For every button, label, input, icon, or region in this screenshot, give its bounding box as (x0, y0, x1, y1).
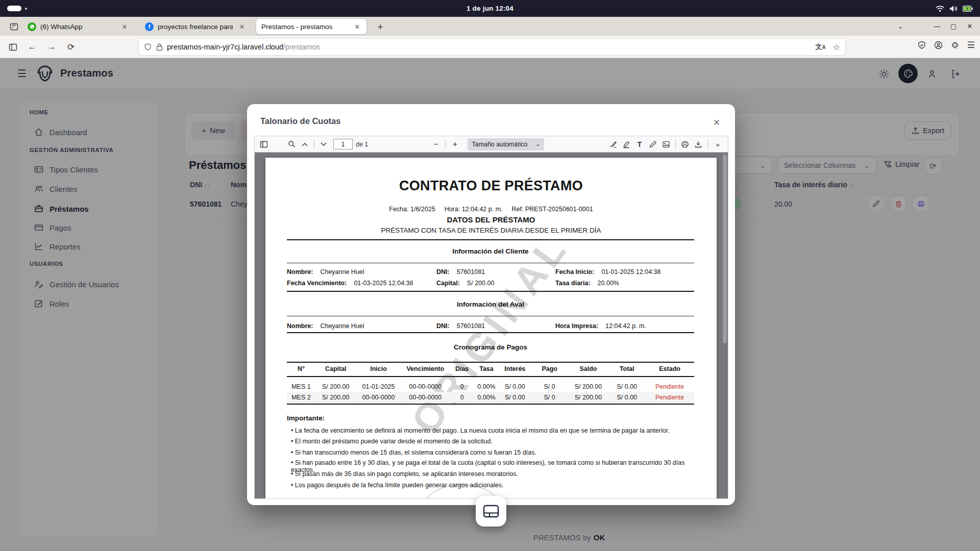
tab-close-icon[interactable]: ✕ (237, 21, 247, 32)
important-heading: Importante: (287, 414, 325, 422)
pdf-next-page-icon[interactable] (317, 138, 330, 151)
pdf-zoom-out-icon[interactable]: − (429, 138, 443, 151)
pdf-page-input[interactable] (333, 139, 353, 149)
pdf-print-icon[interactable] (678, 138, 692, 151)
section-heading-aval: Información del Aval (287, 300, 694, 308)
pdf-text-icon[interactable]: T (633, 138, 646, 151)
pdf-canvas-area[interactable]: ORIGINAL CONTRATO DE PRÉSTAMO Fecha: 1/6… (254, 153, 728, 499)
pdf-prev-page-icon[interactable] (298, 138, 311, 151)
important-bullet: Si pasan más de 35 días sin pago complet… (291, 470, 692, 478)
tab-facebook[interactable]: f proyectos freelance para ✕ (140, 19, 251, 34)
account-icon[interactable] (934, 41, 943, 49)
list-all-tabs-icon[interactable]: ⌄ (892, 19, 909, 34)
firefox-view-button[interactable] (6, 19, 21, 34)
pdf-zoom-select[interactable]: Tamaño automático ⌄ (468, 138, 544, 151)
bookmark-star-icon[interactable]: ☆ (833, 42, 840, 52)
window-minimize-button[interactable]: — (929, 19, 945, 34)
pdf-search-icon[interactable] (285, 138, 298, 151)
window-maximize-button[interactable]: ▢ (945, 19, 962, 34)
whatsapp-icon (28, 22, 36, 31)
payment-schedule-table: N°CapitalInicioVencimientoDíasTasaInteré… (287, 365, 694, 372)
pdf-download-icon[interactable] (692, 138, 705, 151)
sidebar-toggle-icon[interactable] (5, 40, 20, 54)
address-bar[interactable]: prestamos-main-yjr7cj.laravel.cloud/pres… (139, 39, 845, 55)
estado-pendiente: Pendiente (645, 381, 694, 392)
permissions-icon[interactable] (144, 43, 152, 51)
important-bullet: La fecha de vencimiento se definirá al m… (291, 427, 692, 434)
battery-icon (963, 6, 973, 12)
tab-prestamos-active[interactable]: Prestamos - prestamos ✕ (256, 19, 366, 34)
client-info-row: Fecha Vencimiento:01-03-2025 12:04:38 Ca… (287, 280, 694, 287)
pdf-more-tools-icon[interactable]: » (710, 138, 724, 151)
url-text: prestamos-main-yjr7cj.laravel.cloud/pres… (167, 43, 815, 51)
aval-info-row: Nombre:Cheyanne Huel DNI:57601081 Hora I… (287, 322, 694, 330)
pdf-sidebar-toggle-icon[interactable] (257, 138, 271, 151)
volume-icon (949, 5, 958, 12)
window-close-button[interactable]: ✕ (962, 19, 978, 34)
tracking-protection-icon[interactable] (918, 41, 926, 49)
payment-schedule-body: MES 1S/ 200.0001-01-202500-00-000000.00%… (287, 381, 694, 403)
pdf-signature-icon[interactable] (606, 138, 620, 151)
section-heading-cronograma: Cronograma de Pagos (287, 343, 694, 351)
talonario-modal: Talonario de Cuotas ✕ de 1 − (247, 104, 735, 505)
tab-title: proyectos freelance para (158, 23, 233, 31)
document-subtitle: DATOS DEL PRÉSTAMO (265, 215, 717, 224)
browser-toolbar: ← → ⟳ prestamos-main-yjr7cj.laravel.clou… (0, 36, 980, 58)
pdf-zoom-in-icon[interactable]: + (448, 138, 461, 151)
document-subtitle2: PRÉSTAMO CON TASA DE INTERÉS DIARIA DESD… (265, 227, 717, 234)
tab-title: Prestamos - prestamos (261, 23, 348, 31)
reload-button[interactable]: ⟳ (63, 40, 79, 54)
important-bullet: El monto del préstamo puede variar desde… (291, 438, 692, 445)
menu-icon[interactable]: ☰ (967, 40, 975, 51)
section-heading-cliente: Información del Cliente (287, 247, 694, 255)
system-clock[interactable]: 1 de jun 12:04 (0, 0, 980, 17)
document-title: CONTRATO DE PRÉSTAMO (265, 178, 717, 194)
back-button[interactable]: ← (24, 40, 40, 54)
modal-title: Talonario de Cuotas (260, 116, 340, 126)
chevron-down-icon: ⌄ (535, 141, 540, 147)
display-mode-button[interactable] (476, 496, 506, 527)
tab-close-icon[interactable]: ✕ (352, 21, 362, 32)
laptop-icon (482, 504, 500, 518)
pdf-page-count: de 1 (356, 141, 368, 148)
pdf-highlight-icon[interactable] (620, 138, 633, 151)
client-info-row: Nombre:Cheyanne Huel DNI:57601081 Fecha … (287, 268, 694, 276)
pdf-toolbar: de 1 − + Tamaño automático ⌄ T (254, 136, 728, 153)
extensions-icon[interactable] (951, 41, 959, 49)
tab-close-icon[interactable]: ✕ (119, 21, 130, 32)
pdf-page: ORIGINAL CONTRATO DE PRÉSTAMO Fecha: 1/6… (265, 158, 717, 499)
schedule-row: MES 2S/ 200.0000-00-000000-00-000000.00%… (287, 392, 694, 403)
important-bullet: Si han transcurrido menos de 15 días, el… (291, 449, 692, 456)
pdf-image-icon[interactable] (659, 138, 673, 151)
pdf-draw-icon[interactable] (646, 138, 659, 151)
system-tray[interactable] (936, 0, 973, 17)
system-top-bar: 1 de jun 12:04 (0, 0, 980, 17)
translate-icon[interactable]: 文A (815, 42, 825, 52)
document-meta: Fecha: 1/6/2025Hora: 12:04:42 p. m.Ref: … (265, 206, 717, 213)
facebook-icon: f (145, 22, 154, 31)
lock-icon[interactable] (156, 43, 163, 51)
pdf-scrollbar[interactable] (723, 155, 727, 343)
modal-close-button[interactable]: ✕ (709, 115, 724, 130)
browser-tab-bar: (6) WhatsApp ✕ f proyectos freelance par… (0, 17, 980, 36)
estado-pendiente: Pendiente (645, 392, 694, 403)
tab-whatsapp[interactable]: (6) WhatsApp ✕ (22, 19, 134, 34)
wifi-icon (936, 5, 944, 12)
forward-button[interactable]: → (44, 40, 59, 54)
schedule-header-row: N°CapitalInicioVencimientoDíasTasaInteré… (287, 365, 694, 372)
pdf-viewer: de 1 − + Tamaño automático ⌄ T (254, 136, 728, 499)
schedule-row: MES 1S/ 200.0001-01-202500-00-000000.00%… (287, 381, 694, 392)
tab-title: (6) WhatsApp (40, 23, 115, 31)
new-tab-button[interactable]: + (374, 20, 387, 34)
important-bullet: Los pagos después de la fecha límite pue… (291, 482, 692, 489)
screen: 1 de jun 12:04 (6) WhatsApp ✕ f (0, 0, 980, 551)
